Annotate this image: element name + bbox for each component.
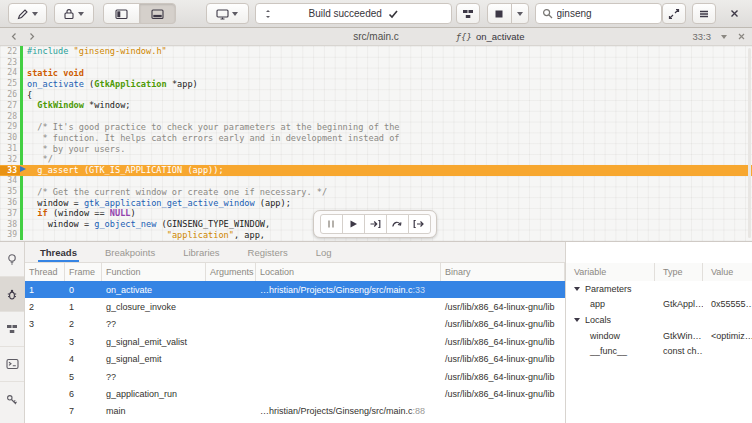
dock-item-debugger[interactable] — [0, 277, 24, 312]
dock-item-terminal[interactable] — [0, 347, 24, 382]
stack-frame-row[interactable]: 6g_application_run/usr/lib/x86_64-linux-… — [25, 385, 565, 402]
line-number[interactable]: 29 — [0, 122, 20, 131]
spinner-icon — [262, 7, 274, 21]
fullscreen-button[interactable] — [662, 3, 686, 24]
column-header-frame[interactable]: Frame — [65, 263, 102, 281]
variable-group-row[interactable]: Parameters — [566, 281, 752, 297]
expander-icon[interactable] — [574, 318, 580, 322]
device-dropdown[interactable] — [206, 3, 249, 24]
line-number[interactable]: 39 — [0, 230, 20, 239]
cell: 6 — [65, 385, 102, 402]
variable-name: window — [566, 331, 655, 341]
cell: 4 — [65, 351, 102, 368]
cell — [206, 298, 256, 315]
cell — [206, 368, 256, 385]
column-header-binary[interactable]: Binary — [441, 263, 565, 281]
cell: 1 — [65, 298, 102, 315]
cell-binary: /usr/lib/x86_64-linux-gnu/lib — [441, 385, 565, 402]
pause-icon — [326, 219, 336, 229]
panel-tab-threads[interactable]: Threads — [38, 247, 79, 262]
line-number[interactable]: 32 — [0, 155, 20, 164]
panel-tab-registers[interactable]: Registers — [246, 247, 290, 262]
column-header-arguments[interactable]: Arguments — [206, 263, 256, 281]
stack-frame-row[interactable]: 4g_signal_emit/usr/lib/x86_64-linux-gnu/… — [25, 351, 565, 368]
runtime-dropdown[interactable] — [54, 3, 93, 24]
stack-frame-row[interactable]: 7main…hristian/Projects/Ginseng/src/main… — [25, 403, 565, 420]
code-text: window = g_object_new (GINSENG_TYPE_WIND… — [23, 219, 270, 229]
column-header-value[interactable]: Value — [703, 263, 752, 281]
search-input[interactable] — [557, 8, 656, 19]
panel-tab-libraries[interactable]: Libraries — [181, 247, 221, 262]
continue-button[interactable] — [342, 214, 365, 234]
variable-row[interactable]: windowGtkWin…<optimiz… — [566, 328, 752, 344]
line-number[interactable]: 23 — [0, 58, 20, 67]
variable-group-row[interactable]: Locals — [566, 312, 752, 328]
code-text: "application", app, — [23, 230, 265, 240]
expander-icon[interactable] — [574, 287, 580, 291]
stack-frame-row[interactable]: 32??/usr/lib/x86_64-linux-gnu/lib — [25, 316, 565, 333]
line-number[interactable]: 27 — [0, 101, 20, 110]
code-line: 29 /* It's good practice to check your p… — [0, 122, 752, 133]
toggle-bottom-panel-button[interactable] — [139, 3, 176, 24]
stack-frame-row[interactable]: 3g_signal_emit_valist/usr/lib/x86_64-lin… — [25, 333, 565, 350]
close-document-icon[interactable] — [737, 32, 746, 41]
line-number[interactable]: 25 — [0, 79, 20, 88]
window-close-button[interactable] — [724, 3, 744, 24]
pause-button[interactable] — [320, 214, 343, 234]
column-header-variable[interactable]: Variable — [566, 263, 655, 281]
symbol-picker[interactable]: ƒ{} on_activate — [456, 31, 525, 42]
stop-button[interactable] — [487, 3, 512, 24]
variable-value: 0x55555… — [703, 299, 752, 309]
line-number[interactable]: 33 — [0, 166, 20, 175]
cell-binary: /usr/lib/x86_64-linux-gnu/lib — [441, 298, 565, 315]
line-number[interactable]: 34 — [0, 176, 20, 185]
stack-frame-row[interactable]: 5??/usr/lib/x86_64-linux-gnu/lib — [25, 368, 565, 385]
cell-location: …hristian/Projects/Ginseng/src/main.c:33 — [256, 281, 441, 298]
stack-frame-row[interactable]: 10on_activate…hristian/Projects/Ginseng/… — [25, 281, 565, 298]
variables-table-header: VariableTypeValue — [566, 263, 752, 281]
close-icon — [729, 8, 740, 19]
omnibar-build-status[interactable]: Build succeeded — [255, 3, 452, 24]
cell: g_signal_emit_valist — [102, 333, 206, 350]
line-number[interactable]: 38 — [0, 220, 20, 229]
line-number[interactable]: 35 — [0, 187, 20, 196]
variable-type: GtkAppl… — [655, 299, 703, 309]
code-line: 28 — [0, 111, 752, 122]
line-number[interactable]: 37 — [0, 209, 20, 218]
line-number[interactable]: 26 — [0, 90, 20, 99]
editor-options-dropdown[interactable] — [721, 35, 727, 39]
valgrind-icon — [6, 394, 18, 406]
column-header-thread[interactable]: Thread — [25, 263, 65, 281]
dock-item-pipeline[interactable] — [0, 312, 24, 347]
line-number[interactable]: 24 — [0, 68, 20, 77]
device-icon — [216, 8, 229, 20]
step-over-button[interactable] — [386, 214, 409, 234]
cell-location — [256, 298, 441, 315]
variable-row[interactable]: appGtkAppl…0x55555… — [566, 297, 752, 313]
line-number[interactable]: 22 — [0, 47, 20, 56]
line-number[interactable]: 31 — [0, 144, 20, 153]
dock-item-valgrind[interactable] — [0, 382, 24, 417]
panel-tab-log[interactable]: Log — [314, 247, 334, 262]
step-out-button[interactable] — [408, 214, 431, 234]
run-options-dropdown[interactable] — [511, 3, 529, 24]
menu-button[interactable] — [692, 3, 716, 24]
dock-item-lamp[interactable] — [0, 242, 24, 277]
line-number[interactable]: 30 — [0, 133, 20, 142]
group-label: Parameters — [566, 284, 632, 294]
line-number[interactable]: 28 — [0, 112, 20, 121]
variable-row[interactable]: __func__const ch… — [566, 343, 752, 359]
panel-tab-breakpoints[interactable]: Breakpoints — [103, 247, 157, 262]
bottom-panel-icon — [151, 8, 164, 20]
code-line: 30 * function. It helps catch errors ear… — [0, 132, 752, 143]
line-number[interactable]: 36 — [0, 198, 20, 207]
step-in-button[interactable] — [364, 214, 387, 234]
stack-frame-row[interactable]: 21g_closure_invoke/usr/lib/x86_64-linux-… — [25, 298, 565, 315]
editor-scrollbar[interactable] — [748, 48, 751, 238]
column-header-function[interactable]: Function — [102, 263, 206, 281]
build-pipeline-button[interactable] — [456, 3, 480, 24]
editor-mode-dropdown[interactable] — [8, 3, 47, 24]
column-header-location[interactable]: Location — [256, 263, 441, 281]
toggle-left-panel-button[interactable] — [103, 3, 140, 24]
column-header-type[interactable]: Type — [655, 263, 703, 281]
